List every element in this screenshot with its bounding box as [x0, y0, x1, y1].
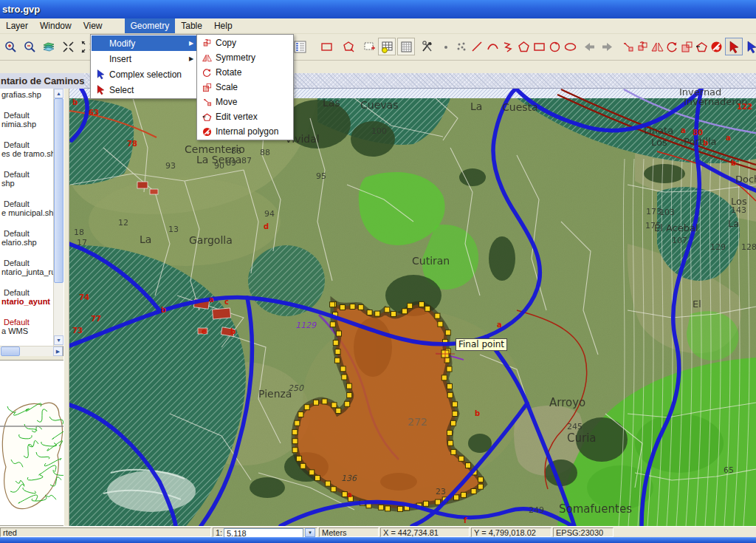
svg-text:86: 86: [231, 146, 241, 156]
svg-text:78: 78: [127, 140, 137, 148]
geometry-menu: Modify ▶ Insert ▶ Complex selection Sele…: [90, 34, 199, 99]
scroll-right-icon[interactable]: ▶: [53, 346, 63, 356]
menu-item-modify[interactable]: Modify ▶: [92, 35, 198, 51]
layer-name[interactable]: grafias.shp: [1, 90, 53, 99]
windows-taskbar[interactable]: [0, 537, 756, 543]
scale-dropdown-icon[interactable]: ▼: [305, 528, 315, 537]
menu-item-edit-vertex[interactable]: Edit vertex: [198, 109, 292, 124]
map-view[interactable]: Cementerio La Serna Vividal La Gargolla …: [69, 89, 756, 526]
svg-text:b: b: [72, 98, 78, 106]
menu-item-complex-selection[interactable]: Complex selection: [92, 66, 198, 82]
select-cursor-icon: [92, 84, 109, 95]
menu-geometry[interactable]: Geometry: [125, 18, 176, 33]
overview-map: [0, 361, 63, 525]
layer-name[interactable]: elario.shp: [1, 238, 53, 247]
table-icon[interactable]: [378, 38, 396, 55]
layer-legend[interactable]: Default: [1, 288, 53, 297]
menu-help[interactable]: Help: [208, 18, 238, 33]
grid-icon[interactable]: [397, 38, 415, 55]
menu-item-copy[interactable]: Copy: [198, 35, 292, 50]
svg-text:Doch: Doch: [735, 174, 756, 185]
complex-select-cursor-icon[interactable]: [743, 38, 756, 55]
window-titlebar[interactable]: stro.gvp: [0, 0, 756, 18]
rectangle-tool-icon[interactable]: [317, 38, 335, 55]
svg-text:b: b: [475, 409, 480, 417]
layer-legend[interactable]: Default: [1, 111, 53, 120]
svg-text:Linata: Linata: [644, 125, 673, 136]
toc-horizontal-scrollbar[interactable]: ▶: [0, 346, 63, 356]
symmetry-icon: [198, 52, 216, 64]
overview-map-panel[interactable]: [0, 360, 65, 526]
menu-table[interactable]: Table: [175, 18, 208, 33]
menu-item-rotate[interactable]: Rotate: [198, 65, 292, 80]
layer-name[interactable]: shp: [1, 179, 53, 188]
layer-name[interactable]: ntario_junta_ru: [1, 267, 53, 276]
select-rect-icon[interactable]: [360, 38, 378, 55]
menu-layer[interactable]: Layer: [0, 18, 34, 33]
copy-icon: [198, 38, 216, 49]
layer-legend[interactable]: Default: [1, 199, 53, 208]
scale-prefix: 1:: [216, 528, 222, 537]
layer-name[interactable]: e municipal.shp: [1, 208, 53, 217]
layer-legend[interactable]: Default: [1, 170, 53, 179]
svg-text:250: 250: [288, 383, 304, 393]
svg-text:a: a: [681, 126, 686, 134]
undo-arrow-icon[interactable]: [580, 38, 598, 55]
zoom-extent-icon[interactable]: [59, 38, 77, 55]
layer-name[interactable]: a WMS: [1, 327, 53, 335]
svg-text:Los: Los: [651, 137, 667, 148]
layer-legend[interactable]: Default: [1, 140, 53, 149]
scroll-up-icon[interactable]: ▲: [54, 89, 63, 98]
svg-text:12: 12: [118, 218, 128, 228]
scrollbar-thumb[interactable]: [54, 98, 63, 283]
svg-text:94: 94: [264, 209, 275, 219]
svg-text:122: 122: [737, 103, 752, 111]
svg-text:Portilla: Portilla: [684, 136, 717, 147]
scrollbar-thumb[interactable]: [1, 346, 20, 356]
select-cursor-icon[interactable]: [725, 38, 743, 55]
svg-text:b: b: [731, 159, 736, 167]
zoom-in-icon[interactable]: [1, 38, 19, 55]
polygon-query-icon[interactable]: [340, 38, 357, 55]
svg-text:La: La: [140, 233, 151, 245]
svg-text:La: La: [728, 218, 739, 229]
units-cell: Meters: [319, 527, 379, 537]
menu-item-select[interactable]: Select: [92, 82, 198, 98]
scroll-down-icon[interactable]: ▼: [54, 335, 63, 345]
coord-y-cell: Y = 4,799,018.02: [471, 527, 551, 537]
redo-arrow-icon[interactable]: [598, 38, 616, 55]
svg-text:c: c: [224, 298, 229, 306]
layer-legend[interactable]: Default: [1, 318, 53, 327]
menu-item-move[interactable]: Move: [198, 95, 292, 109]
menu-view[interactable]: View: [78, 18, 109, 33]
scale-cell: 1: 5.118 ▼: [213, 527, 317, 537]
menu-item-symmetry[interactable]: Symmetry: [198, 50, 292, 65]
menu-item-internal-polygon[interactable]: Internal polygon: [198, 124, 292, 139]
layer-name[interactable]: es de tramo.shp: [1, 149, 53, 158]
layer-name[interactable]: nimia.shp: [1, 120, 53, 129]
svg-text:63: 63: [89, 109, 99, 117]
final-point-tooltip: Final point: [456, 338, 507, 351]
menu-item-scale[interactable]: Scale: [198, 80, 292, 95]
menu-window[interactable]: Window: [34, 18, 78, 33]
svg-text:80: 80: [693, 129, 703, 137]
layer-legend[interactable]: Default: [1, 259, 53, 267]
svg-text:b: b: [161, 306, 166, 314]
toc-vertical-scrollbar[interactable]: ▲ ▼: [53, 89, 63, 346]
layers-icon[interactable]: [40, 38, 58, 55]
menu-item-insert[interactable]: Insert ▶: [92, 51, 198, 66]
zoom-out-icon[interactable]: [21, 38, 38, 55]
svg-text:a: a: [726, 134, 731, 142]
tools-icon[interactable]: [418, 38, 436, 55]
svg-text:18: 18: [74, 228, 84, 237]
svg-text:89: 89: [226, 158, 236, 168]
internal-polygon-tool-icon[interactable]: [707, 38, 725, 55]
layer-name-active[interactable]: ntario_ayunt: [1, 297, 53, 306]
layer-legend[interactable]: Default: [1, 229, 53, 238]
svg-text:a: a: [209, 296, 214, 304]
ellipse-tool-icon[interactable]: [561, 38, 579, 55]
svg-text:Gargolla: Gargolla: [189, 234, 233, 246]
panel-splitter[interactable]: [63, 89, 69, 526]
svg-text:f: f: [464, 516, 467, 525]
svg-text:93: 93: [165, 161, 176, 171]
